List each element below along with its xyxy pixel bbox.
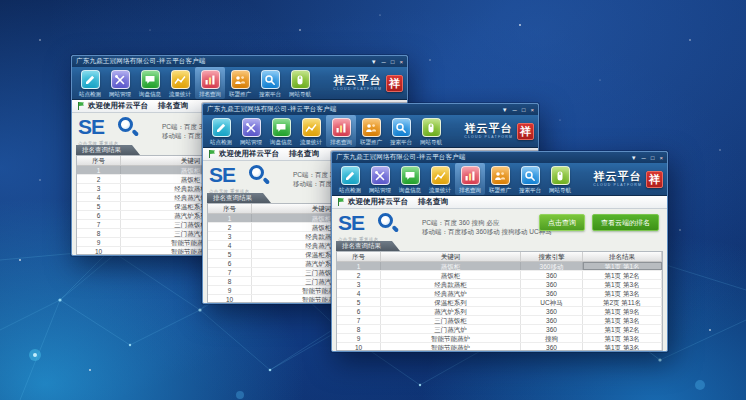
nav-ranking-active[interactable]: 排名查询 — [455, 163, 485, 195]
nav-traffic[interactable]: 流量统计 — [296, 115, 326, 147]
maximize-button[interactable]: □ — [391, 59, 395, 65]
minimize-button[interactable]: ─ — [642, 155, 646, 161]
maximize-button[interactable]: □ — [651, 155, 655, 161]
nav-site-manage[interactable]: 网站管理 — [365, 163, 395, 195]
magnifier-icon — [392, 118, 411, 137]
skin-button[interactable]: ▼ — [371, 59, 377, 65]
cell-index: 5 — [77, 202, 121, 210]
results-tab[interactable]: 排名查询结果 — [336, 241, 400, 251]
nav-label: 询盘信息 — [139, 90, 161, 98]
cell-keyword: 经典蒸汽炉 — [381, 289, 521, 297]
table-row[interactable]: 1 蒸饭柜 360移动 第1页 第1名 — [337, 262, 662, 271]
table-row[interactable]: 5 保温柜系列 UC神马 第2页 第11名 — [337, 298, 662, 307]
app-window[interactable]: 广东九鼎王冠网络有限公司-祥云平台客户端 ▼ ─ □ × 站点检测 网站管理 询… — [331, 151, 668, 352]
nav-ranking-active[interactable]: 排名查询 — [326, 115, 356, 147]
brand-seal: 祥 — [517, 123, 534, 140]
section-title: 排名查询 — [158, 101, 188, 111]
nav-search-platform[interactable]: 搜索平台 — [386, 115, 416, 147]
nav-promotion[interactable]: 联盟推广 — [356, 115, 386, 147]
query-button[interactable]: 点击查询 — [539, 214, 585, 231]
maximize-button[interactable]: □ — [522, 107, 526, 113]
tools-icon — [111, 70, 130, 89]
cell-keyword: 蒸饭柜 — [381, 271, 521, 279]
cell-engine: 360 — [521, 280, 583, 288]
nav-label: 流量统计 — [300, 138, 322, 146]
brand-name: 祥云平台 — [464, 123, 513, 134]
nav-site-check[interactable]: 站点检测 — [75, 67, 105, 99]
magnifier-logo-icon — [378, 213, 397, 232]
nav-inquiry[interactable]: 询盘信息 — [135, 67, 165, 99]
title-bar[interactable]: 广东九鼎王冠网络有限公司-祥云平台客户端 ▼ ─ □ × — [203, 104, 538, 115]
col-header[interactable]: 序号 — [77, 156, 121, 165]
table-row[interactable]: 7 三门蒸饭柜 360 第1页 第3名 — [337, 316, 662, 325]
nav-ranking-active[interactable]: 排名查询 — [195, 67, 225, 99]
nav-traffic[interactable]: 流量统计 — [425, 163, 455, 195]
cell-ranking: 第1页 第3名 — [583, 289, 662, 297]
results-tab[interactable]: 排名查询结果 — [207, 193, 271, 203]
results-tab[interactable]: 排名查询结果 — [76, 145, 140, 155]
window-title: 广东九鼎王冠网络有限公司-祥云平台客户端 — [207, 105, 337, 114]
nav-promotion[interactable]: 联盟推广 — [225, 67, 255, 99]
brand-name: 祥云平台 — [593, 171, 642, 182]
nav-site-nav[interactable]: 网站导航 — [545, 163, 575, 195]
nav-inquiry[interactable]: 询盘信息 — [266, 115, 296, 147]
nav-inquiry[interactable]: 询盘信息 — [395, 163, 425, 195]
magnifier-logo-icon — [118, 117, 137, 136]
cell-ranking: 第1页 第3名 — [583, 334, 662, 342]
table-row[interactable]: 9 智能节能蒸炉 搜狗 第1页 第3名 — [337, 334, 662, 343]
cell-index: 6 — [337, 307, 381, 315]
nav-site-nav[interactable]: 网站导航 — [285, 67, 315, 99]
cell-index: 6 — [77, 211, 121, 219]
table-row[interactable]: 3 经典款蒸柜 360 第1页 第3名 — [337, 280, 662, 289]
brand-subtitle: CLOUD PLATFORM — [593, 183, 642, 187]
close-button[interactable]: × — [399, 59, 403, 65]
col-header[interactable]: 搜索引擎 — [521, 252, 583, 261]
cell-index: 10 — [337, 343, 381, 351]
table-row[interactable]: 4 经典蒸汽炉 360 第1页 第3名 — [337, 289, 662, 298]
welcome-text: 欢迎使用祥云平台 — [88, 101, 148, 111]
nav-label: 排名查询 — [330, 138, 352, 146]
nav-site-manage[interactable]: 网站管理 — [236, 115, 266, 147]
cell-ranking: 第1页 第3名 — [583, 280, 662, 288]
col-header[interactable]: 排名结果 — [583, 252, 662, 261]
cell-index: 9 — [77, 238, 121, 246]
cloud-ranking-button[interactable]: 查看云端的排名 — [592, 214, 659, 231]
cell-index: 2 — [337, 271, 381, 279]
cell-keyword: 经典款蒸柜 — [381, 280, 521, 288]
nav-traffic[interactable]: 流量统计 — [165, 67, 195, 99]
nav-site-check[interactable]: 站点检测 — [206, 115, 236, 147]
title-bar[interactable]: 广东九鼎王冠网络有限公司-祥云平台客户端 ▼ ─ □ × — [72, 56, 407, 67]
cell-index: 4 — [208, 241, 252, 249]
skin-button[interactable]: ▼ — [502, 107, 508, 113]
cell-index: 7 — [208, 268, 252, 276]
table-row[interactable]: 2 蒸饭柜 360 第1页 第2名 — [337, 271, 662, 280]
col-header[interactable]: 序号 — [208, 204, 252, 213]
col-header[interactable]: 关键词 — [381, 252, 521, 261]
tools-icon — [371, 166, 390, 185]
cell-index: 1 — [337, 262, 381, 270]
nav-site-manage[interactable]: 网站管理 — [105, 67, 135, 99]
nav-promotion[interactable]: 联盟推广 — [485, 163, 515, 195]
window-controls: ▼ ─ □ × — [631, 155, 663, 161]
nav-label: 搜索平台 — [259, 90, 281, 98]
cell-keyword: 三门蒸饭柜 — [381, 316, 521, 324]
minimize-button[interactable]: ─ — [382, 59, 386, 65]
table-row[interactable]: 8 三门蒸汽炉 360 第1页 第2名 — [337, 325, 662, 334]
people-icon — [491, 166, 510, 185]
table-row[interactable]: 6 蒸汽炉系列 360 第1页 第9名 — [337, 307, 662, 316]
close-button[interactable]: × — [659, 155, 663, 161]
flag-icon — [209, 150, 215, 158]
brand-seal: 祥 — [386, 75, 403, 92]
table-row[interactable]: 10 智能节能蒸炉 360 第1页 第3名 — [337, 343, 662, 351]
minimize-button[interactable]: ─ — [513, 107, 517, 113]
nav-site-nav[interactable]: 网站导航 — [416, 115, 446, 147]
nav-label: 联盟推广 — [360, 138, 382, 146]
nav-search-platform[interactable]: 搜索平台 — [515, 163, 545, 195]
close-button[interactable]: × — [530, 107, 534, 113]
title-bar[interactable]: 广东九鼎王冠网络有限公司-祥云平台客户端 ▼ ─ □ × — [332, 152, 667, 163]
nav-search-platform[interactable]: 搜索平台 — [255, 67, 285, 99]
skin-button[interactable]: ▼ — [631, 155, 637, 161]
nav-site-check[interactable]: 站点检测 — [335, 163, 365, 195]
site-check-icon — [212, 118, 231, 137]
col-header[interactable]: 序号 — [337, 252, 381, 261]
